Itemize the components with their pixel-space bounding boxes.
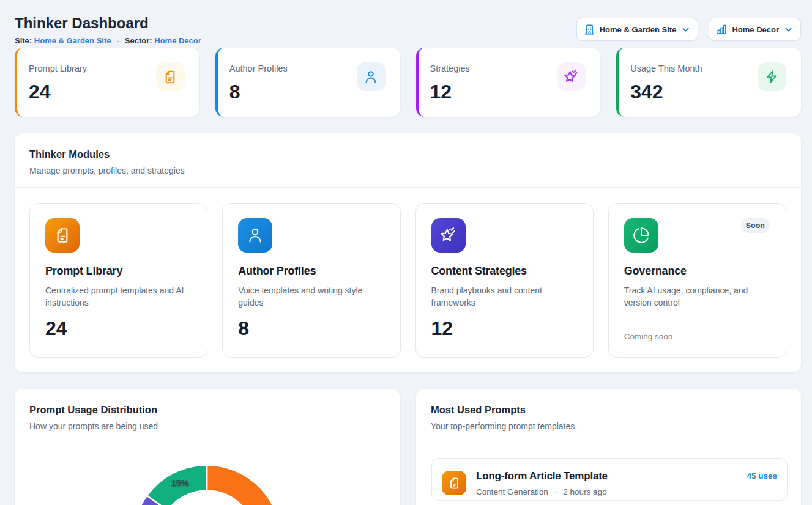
svg-text:15%: 15% (171, 478, 188, 488)
